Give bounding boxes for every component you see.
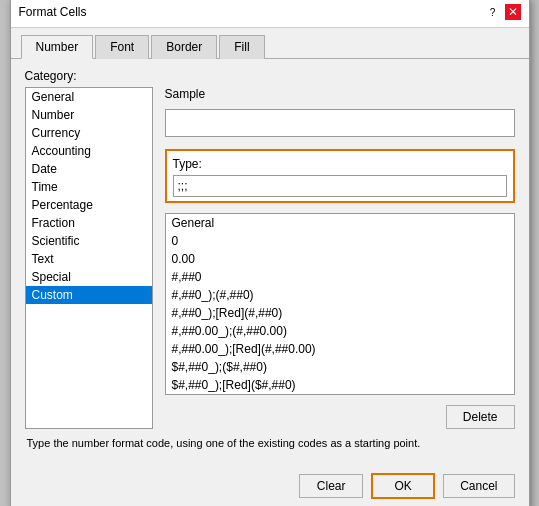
category-item-general[interactable]: General [26,88,152,106]
tab-font[interactable]: Font [95,35,149,59]
sample-box [165,109,515,137]
tab-border[interactable]: Border [151,35,217,59]
main-row: General Number Currency Accounting Date … [25,87,515,429]
close-button[interactable]: ✕ [505,4,521,20]
format-item-general[interactable]: General [166,214,514,232]
format-item-hash0.00-red[interactable]: #,##0.00_);[Red](#,##0.00) [166,340,514,358]
tabs-bar: Number Font Border Fill [11,28,529,59]
type-group: Type: [165,149,515,203]
format-item-dollar0-paren[interactable]: $#,##0_);($#,##0) [166,358,514,376]
tab-fill[interactable]: Fill [219,35,264,59]
delete-button[interactable]: Delete [446,405,515,429]
dialog-title: Format Cells [19,5,87,19]
clear-button[interactable]: Clear [299,474,363,498]
format-item-dollar0-red[interactable]: $#,##0_);[Red]($#,##0) [166,376,514,394]
category-item-date[interactable]: Date [26,160,152,178]
format-item-hash0.00-paren[interactable]: #,##0.00_);(#,##0.00) [166,322,514,340]
sample-label: Sample [165,87,515,101]
title-icons: ? ✕ [485,4,521,20]
category-list[interactable]: General Number Currency Accounting Date … [25,87,153,429]
category-item-special[interactable]: Special [26,268,152,286]
ok-button[interactable]: OK [371,473,435,499]
type-label: Type: [173,157,507,171]
category-item-percentage[interactable]: Percentage [26,196,152,214]
main-content: Category: General Number Currency Accoun… [11,59,529,467]
category-label: Category: [25,69,515,83]
category-item-accounting[interactable]: Accounting [26,142,152,160]
format-list[interactable]: General 0 0.00 #,##0 #,##0_);(#,##0) #,#… [165,213,515,395]
bottom-row: Clear OK Cancel [11,467,529,507]
description-text: Type the number format code, using one o… [25,437,515,449]
format-item-hash0[interactable]: #,##0 [166,268,514,286]
category-item-fraction[interactable]: Fraction [26,214,152,232]
right-panel: Sample Type: General 0 0.00 #,##0 #,##0_… [165,87,515,429]
format-item-hash0-red[interactable]: #,##0_);[Red](#,##0) [166,304,514,322]
format-item-hash0-paren[interactable]: #,##0_);(#,##0) [166,286,514,304]
left-panel: General Number Currency Accounting Date … [25,87,153,429]
category-item-currency[interactable]: Currency [26,124,152,142]
help-button[interactable]: ? [485,4,501,20]
category-item-scientific[interactable]: Scientific [26,232,152,250]
format-cells-dialog: Format Cells ? ✕ Number Font Border Fill… [10,0,530,506]
format-item-0.00[interactable]: 0.00 [166,250,514,268]
category-item-number[interactable]: Number [26,106,152,124]
type-input[interactable] [173,175,507,197]
category-item-custom[interactable]: Custom [26,286,152,304]
delete-row: Delete [165,405,515,429]
category-item-text[interactable]: Text [26,250,152,268]
title-bar: Format Cells ? ✕ [11,0,529,28]
format-item-0[interactable]: 0 [166,232,514,250]
tab-number[interactable]: Number [21,35,94,59]
category-item-time[interactable]: Time [26,178,152,196]
cancel-button[interactable]: Cancel [443,474,514,498]
